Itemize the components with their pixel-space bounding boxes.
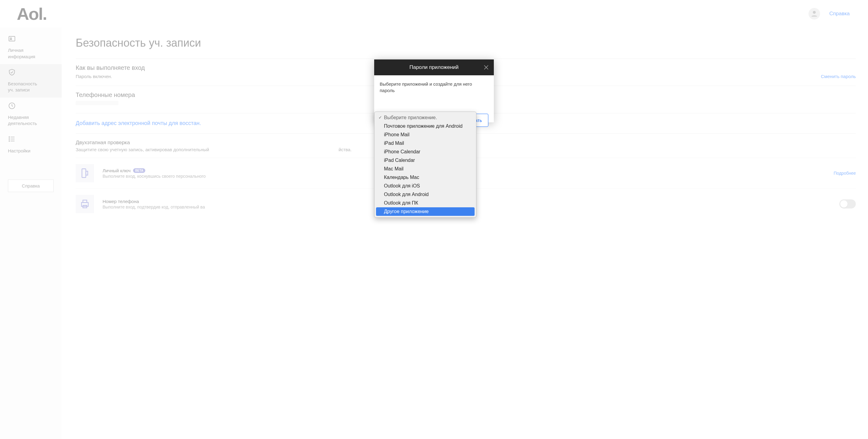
- dd-option-placeholder[interactable]: Выберите приложение.: [376, 113, 474, 122]
- dd-option-ipad-mail[interactable]: iPad Mail: [376, 139, 474, 147]
- modal-overlay[interactable]: Пароли приложений Выберите приложений и …: [0, 0, 868, 439]
- dd-option-android-mail[interactable]: Почтовое приложение для Android: [376, 122, 474, 131]
- dd-option-iphone-mail[interactable]: iPhone Mail: [376, 131, 474, 139]
- dd-option-outlook-android[interactable]: Outlook для Android: [376, 190, 474, 199]
- dd-option-outlook-ios[interactable]: Outlook для iOS: [376, 182, 474, 190]
- dd-option-ipad-calendar[interactable]: iPad Calendar: [376, 156, 474, 165]
- dd-option-iphone-calendar[interactable]: iPhone Calendar: [376, 147, 474, 156]
- modal-title: Пароли приложений: [409, 64, 458, 70]
- modal-header: Пароли приложений: [374, 60, 494, 75]
- dd-option-outlook-pc[interactable]: Outlook для ПК: [376, 199, 474, 207]
- dd-option-mac-mail[interactable]: Mac Mail: [376, 165, 474, 173]
- dd-option-mac-calendar[interactable]: Календарь Mac: [376, 173, 474, 182]
- app-select-dropdown[interactable]: Выберите приложение. Почтовое приложение…: [374, 111, 476, 218]
- close-icon[interactable]: [483, 64, 490, 71]
- app-passwords-modal: Пароли приложений Выберите приложений и …: [374, 60, 494, 123]
- dd-option-other-app[interactable]: Другое приложение: [376, 207, 474, 216]
